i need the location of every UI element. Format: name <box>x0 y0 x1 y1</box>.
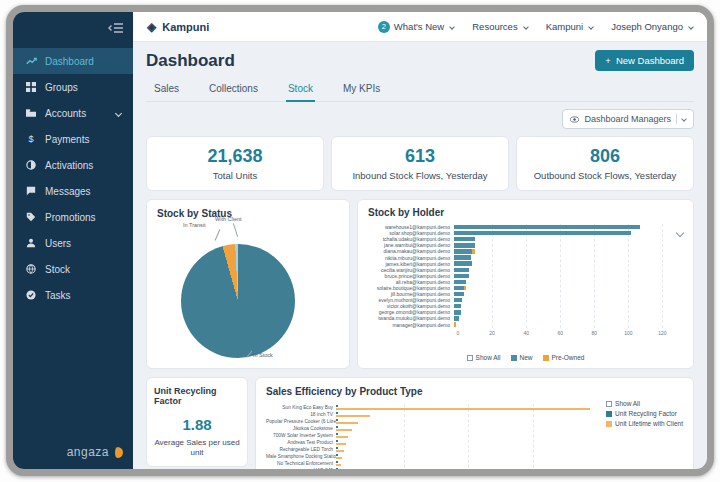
bar-new <box>454 316 459 320</box>
legend-show-all[interactable]: Show All <box>606 400 683 407</box>
chevron-down-icon <box>115 109 122 116</box>
chart-menu-chevron-icon[interactable] <box>676 229 684 237</box>
sales-row: Andreas Test Product <box>266 439 597 446</box>
holder-label: solaire.boutique@kampuni.demo <box>368 285 454 291</box>
sales-label: Rechargeable LED Torch <box>266 447 336 452</box>
resources-menu[interactable]: Resources <box>472 21 527 32</box>
holder-label: manager@kampuni.demo <box>368 322 454 328</box>
dashboard-icon <box>25 55 37 67</box>
sales-bar-group <box>336 454 597 460</box>
bar-recycling <box>336 440 338 442</box>
org-label: Kampuni <box>546 21 584 32</box>
tab-sales[interactable]: Sales <box>152 79 181 101</box>
sales-row: Sun King Eco Easy Buy <box>266 404 597 411</box>
bar-lifetime <box>336 443 346 445</box>
sales-row: H4Q-240 <box>266 467 597 469</box>
brand-name: Kampuni <box>162 21 209 33</box>
resources-label: Resources <box>472 21 517 32</box>
chevron-down-icon <box>588 24 594 30</box>
org-menu[interactable]: Kampuni <box>546 21 594 32</box>
legend-unit-recycling-factor[interactable]: Unit Recycling Factor <box>606 410 683 417</box>
bar-new <box>454 225 640 229</box>
checkbox-icon <box>467 355 473 361</box>
tab-stock[interactable]: Stock <box>286 79 315 102</box>
whats-new-label: What's New <box>394 21 444 32</box>
payments-icon: $ <box>25 133 37 145</box>
brand[interactable]: ◈ Kampuni <box>147 20 209 34</box>
bar-new <box>454 237 475 241</box>
holder-label: solar.shop@kampuni.demo <box>368 230 454 236</box>
sidebar-item-users[interactable]: Users <box>13 230 133 256</box>
sales-row: Jikokoa Cookstove <box>266 425 597 432</box>
bar-recycling <box>336 468 338 469</box>
user-menu[interactable]: Joseph Onyango <box>611 21 693 32</box>
legend-unit-lifetime[interactable]: Unit Lifetime with Client <box>606 420 683 427</box>
bar-lifetime <box>336 408 590 410</box>
stat-value: 806 <box>523 146 687 167</box>
bar-lifetime <box>336 415 370 417</box>
bar-new <box>454 274 469 278</box>
sales-row: Male Smartphone Docking Station <box>266 453 597 460</box>
sales-row: 18 inch TV <box>266 411 597 418</box>
stock-by-status-pie[interactable] <box>181 244 295 358</box>
tab-collections[interactable]: Collections <box>207 79 260 101</box>
dashboard-managers-button[interactable]: Dashboard Managers <box>562 109 694 129</box>
legend-swatch <box>606 421 612 427</box>
sales-bar-group <box>336 412 597 418</box>
stock-icon <box>25 263 37 275</box>
stock-by-holder-legend: Show All New Pre-Owned <box>358 354 693 361</box>
sidebar-collapse-icon[interactable] <box>108 20 124 34</box>
bar-lifetime <box>336 429 352 431</box>
bar-recycling <box>336 433 338 435</box>
tasks-icon <box>25 289 37 301</box>
stock-by-holder-x-axis: 020406080100120 <box>458 330 671 338</box>
plus-icon: + <box>605 55 611 66</box>
user-label: Joseph Onyango <box>611 21 683 32</box>
stat-value: 613 <box>338 146 502 167</box>
legend-pre-owned[interactable]: Pre-Owned <box>543 354 585 361</box>
holder-label: warehouse1@kampuni.demo <box>368 224 454 230</box>
topbar: ◈ Kampuni 2 What's New Resources Kampuni… <box>133 12 707 42</box>
whats-new-menu[interactable]: 2 What's New <box>378 21 454 33</box>
holder-bar-group <box>454 310 671 314</box>
holder-label: jane.wambui@kampuni.demo <box>368 242 454 248</box>
sidebar-item-dashboard[interactable]: Dashboard <box>13 48 133 74</box>
sidebar-item-payments[interactable]: $Payments <box>13 126 133 152</box>
promotions-icon <box>25 211 37 223</box>
page-title: Dashboard <box>146 51 235 71</box>
sidebar-item-stock[interactable]: Stock <box>13 256 133 282</box>
tab-my-kpis[interactable]: My KPIs <box>341 79 382 101</box>
bar-new <box>454 243 475 247</box>
sidebar-item-messages[interactable]: Messages <box>13 178 133 204</box>
stats-row: 21,638Total Units613Inbound Stock Flows,… <box>146 136 694 191</box>
bar-recycling <box>336 454 338 456</box>
bar-recycling <box>336 405 338 407</box>
axis-tick: 60 <box>557 330 563 336</box>
bar-recycling <box>336 419 338 421</box>
angaza-logo: angaza <box>67 445 123 459</box>
holder-bar-group <box>454 298 671 302</box>
holder-bar-group <box>454 268 671 272</box>
sidebar-item-groups[interactable]: Groups <box>13 74 133 100</box>
bar-lifetime <box>336 464 341 466</box>
bar-recycling <box>336 461 338 463</box>
sales-label: Andreas Test Product <box>266 440 336 445</box>
sidebar-item-activations[interactable]: Activations <box>13 152 133 178</box>
holder-bar-group <box>454 261 671 265</box>
holder-label: cecilia.wanjiru@kampuni.demo <box>368 267 454 273</box>
sales-label: Popular Pressure Cooker (6 Litres) <box>266 419 336 424</box>
bar-new <box>454 286 464 290</box>
accounts-icon <box>25 107 37 119</box>
holder-bar-group <box>454 243 671 247</box>
sidebar: DashboardGroupsAccounts$PaymentsActivati… <box>13 12 133 469</box>
sidebar-item-tasks[interactable]: Tasks <box>13 282 133 308</box>
stock-by-holder-card: Stock by Holder warehouse1@kampuni.demos… <box>357 199 694 369</box>
sidebar-item-promotions[interactable]: Promotions <box>13 204 133 230</box>
new-dashboard-button[interactable]: + New Dashboard <box>595 50 694 71</box>
sidebar-item-accounts[interactable]: Accounts <box>13 100 133 126</box>
unit-recycling-factor-card: Unit Recycling Factor 1.88 Average Sales… <box>146 377 248 467</box>
activations-icon <box>25 159 37 171</box>
legend-new[interactable]: New <box>511 354 533 361</box>
legend-show-all[interactable]: Show All <box>467 354 501 361</box>
sidebar-item-label: Users <box>45 238 71 249</box>
